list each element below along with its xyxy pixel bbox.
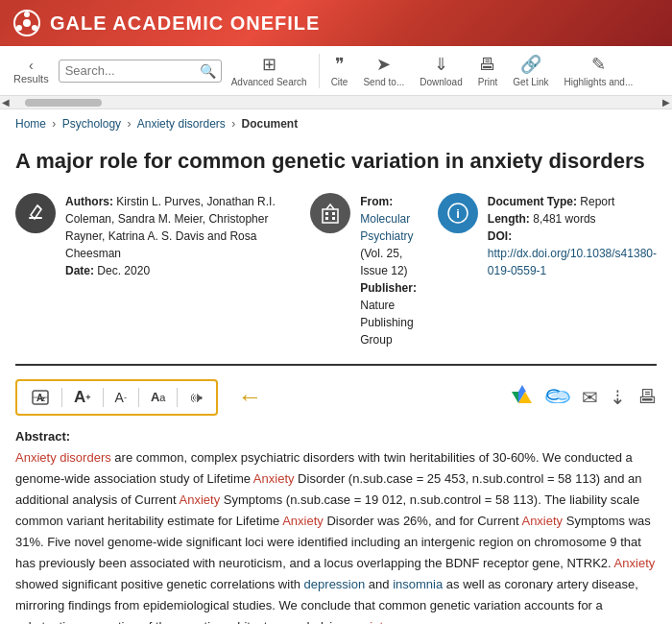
cite-button[interactable]: ❞ Cite: [325, 52, 354, 89]
highlights-button[interactable]: ✎ Highlights and...: [559, 52, 639, 89]
print-label: Print: [478, 77, 498, 87]
main-content: A major role for common genetic variatio…: [0, 138, 672, 624]
abstract-link-orange[interactable]: Anxiety: [614, 556, 656, 570]
doctype-text: Document Type: Report Length: 8,481 word…: [488, 193, 657, 279]
onedrive-svg-icon: [545, 386, 570, 403]
scroll-thumb[interactable]: [25, 99, 102, 107]
meta-section: Authors: Kirstin L. Purves, Jonathan R.I…: [15, 193, 657, 366]
search-box[interactable]: 🔍: [59, 60, 222, 83]
link-icon: 🔗: [520, 54, 541, 75]
advanced-search-label: Advanced Search: [231, 77, 307, 87]
length-label: Length:: [488, 212, 530, 226]
source-block: From: Molecular Psychiatry (Vol. 25, Iss…: [310, 193, 422, 348]
font-size-icon: A z: [31, 389, 50, 406]
authors-block: Authors: Kirstin L. Purves, Jonathan R.I…: [15, 193, 295, 348]
save-download-icon[interactable]: ⇣: [610, 386, 626, 409]
building-icon: [319, 202, 342, 225]
abstract-link-orange[interactable]: Anxiety: [180, 492, 221, 507]
tc-sep-4: [177, 388, 178, 407]
text-controls-box: A z A+ A- Aa 🕪: [15, 379, 218, 416]
svg-rect-9: [325, 217, 328, 220]
from-label: From:: [360, 195, 393, 208]
abstract-link-orange[interactable]: Anxiety disorders: [15, 450, 111, 465]
article-title: A major role for common genetic variatio…: [15, 148, 657, 176]
doi-label: DOI:: [488, 229, 512, 243]
abstract-link-orange[interactable]: Anxiety: [521, 514, 563, 528]
authors-label: Authors:: [65, 195, 113, 208]
tc-sep-3: [138, 388, 139, 407]
highlights-label: Highlights and...: [564, 77, 634, 87]
get-link-label: Get Link: [513, 77, 548, 87]
info-icon-circle: i: [438, 193, 478, 233]
abstract-link-orange[interactable]: Anxiety: [253, 471, 295, 486]
breadcrumb-home[interactable]: Home: [15, 117, 46, 131]
svg-point-2: [24, 12, 30, 17]
doi-link[interactable]: http://dx.doi.org/10.1038/s41380-019-055…: [488, 247, 657, 277]
gdrive-icon: [511, 384, 534, 405]
breadcrumb-sep-2: ›: [127, 117, 133, 131]
breadcrumb-current: Document: [242, 117, 299, 131]
source-text: From: Molecular Psychiatry (Vol. 25, Iss…: [360, 193, 422, 348]
print-icon: 🖶: [479, 55, 496, 75]
advanced-search-button[interactable]: ⊞ Advanced Search: [226, 52, 313, 89]
from-source-link[interactable]: Molecular Psychiatry: [360, 212, 413, 243]
doctype-block: i Document Type: Report Length: 8,481 wo…: [438, 193, 657, 348]
svg-marker-17: [512, 392, 518, 403]
publisher-value: Nature Publishing Group: [360, 299, 413, 347]
results-back-button[interactable]: ‹ Results: [8, 56, 55, 86]
send-to-button[interactable]: ➤ Send to...: [357, 52, 410, 89]
search-icon: 🔍: [200, 63, 216, 79]
print-small-icon[interactable]: 🖶: [637, 386, 657, 408]
search-input[interactable]: [65, 63, 200, 78]
onedrive-icon[interactable]: [545, 386, 570, 408]
tc-sep-2: [103, 388, 104, 407]
breadcrumb-anxiety[interactable]: Anxiety disorders: [137, 117, 226, 131]
abstract-text: Anxiety disorders are common, complex ps…: [15, 447, 657, 624]
toolbar-divider-1: [319, 54, 320, 88]
svg-rect-7: [325, 212, 328, 215]
svg-point-1: [23, 19, 31, 27]
scroll-left-arrow[interactable]: ◀: [2, 97, 10, 108]
download-label: Download: [420, 77, 462, 87]
pencil-icon: [24, 202, 47, 225]
email-icon[interactable]: ✉: [582, 386, 598, 409]
print-button[interactable]: 🖶 Print: [472, 53, 504, 89]
results-label: Results: [13, 73, 49, 84]
breadcrumb-psychology[interactable]: Psychology: [62, 117, 121, 131]
svg-point-4: [16, 25, 22, 31]
abstract-section: Abstract: Anxiety disorders are common, …: [15, 429, 657, 624]
abstract-label: Abstract:: [15, 429, 657, 444]
info-icon: i: [446, 202, 469, 225]
send-to-label: Send to...: [363, 77, 404, 87]
scroll-right-arrow[interactable]: ▶: [662, 97, 670, 108]
text-toolbar: A z A+ A- Aa 🕪 ←: [15, 379, 657, 416]
send-icon: ➤: [376, 54, 391, 75]
cloud-icons: ✉ ⇣ 🖶: [511, 384, 657, 411]
abstract-link-orange[interactable]: anxiety: [349, 619, 388, 624]
breadcrumb-sep-1: ›: [52, 117, 59, 131]
highlights-icon: ✎: [591, 54, 606, 75]
author-icon-circle: [15, 193, 56, 233]
tc-sep-1: [61, 388, 62, 407]
google-drive-icon[interactable]: [511, 384, 534, 411]
reset-font-button[interactable]: Aa: [147, 388, 170, 406]
download-button[interactable]: ⇓ Download: [414, 52, 468, 89]
site-title: GALE ACADEMIC ONEFILE: [50, 12, 320, 35]
abstract-link-orange[interactable]: Anxiety: [282, 514, 324, 528]
back-arrow-button[interactable]: ←: [237, 382, 262, 412]
header: GALE ACADEMIC ONEFILE: [0, 0, 672, 46]
font-size-toggle-button[interactable]: A z: [27, 387, 54, 408]
doctype-value: Report: [580, 195, 614, 208]
abstract-link-blue[interactable]: depression: [304, 577, 366, 591]
scroll-bar-area: ◀ ▶: [0, 96, 672, 109]
cite-icon: ❞: [335, 54, 345, 75]
get-link-button[interactable]: 🔗 Get Link: [507, 52, 554, 89]
increase-font-button[interactable]: A+: [70, 386, 95, 409]
breadcrumb: Home › Psychology › Anxiety disorders › …: [0, 109, 672, 138]
decrease-font-button[interactable]: A-: [111, 388, 131, 407]
text-to-speech-button[interactable]: 🕪: [185, 388, 206, 407]
cite-label: Cite: [331, 77, 348, 87]
svg-rect-8: [332, 212, 335, 215]
svg-marker-20: [518, 385, 526, 392]
abstract-link-blue[interactable]: insomnia: [393, 577, 443, 591]
